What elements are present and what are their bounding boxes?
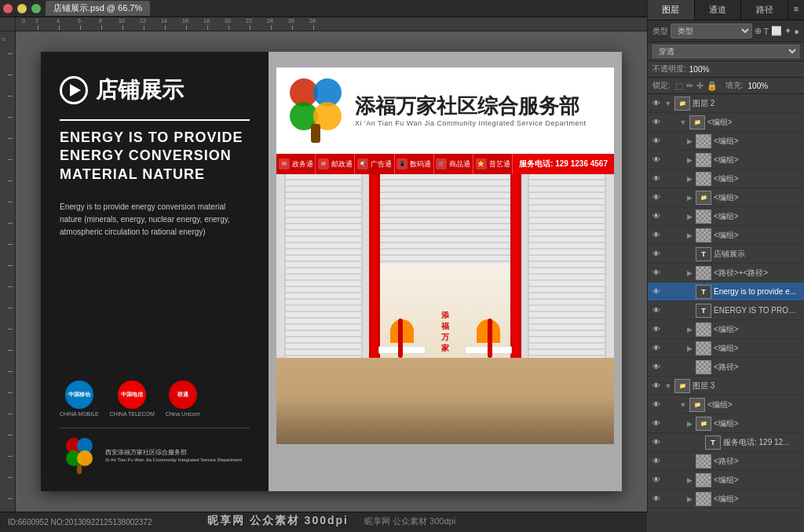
visibility-icon[interactable]: 👁 <box>651 476 662 484</box>
layer-item-energy-caps[interactable]: 👁 T ENERGY IS TO PROVI... <box>648 301 804 320</box>
expand-icon[interactable]: ▶ <box>685 344 693 352</box>
id-info: ID:6600952 NO:20130922125138002372 <box>8 518 152 527</box>
red-nav: ✉ 政务通 ✉ 邮政通 📢 广告通 📱 数码通 🛒 商品通 <box>276 154 614 174</box>
expand-icon[interactable]: ▶ <box>685 326 693 333</box>
nav-icon-6: ⭐ <box>476 159 487 169</box>
layer-name: 服务电话: 129 12... <box>723 437 801 448</box>
expand-icon[interactable]: ▶ <box>685 194 693 202</box>
unicom-logo-circle: 联通 <box>169 381 197 409</box>
fill-value[interactable]: 100% <box>748 82 769 90</box>
maximize-button[interactable] <box>31 4 41 13</box>
visibility-icon[interactable]: 👁 <box>651 99 662 107</box>
visibility-icon[interactable]: 👁 <box>651 137 662 145</box>
layer-item-layer3-group[interactable]: 👁 ▼ 📁 <编组> <box>648 395 804 414</box>
lock-all-icon[interactable]: 🔒 <box>707 81 718 91</box>
visibility-icon[interactable]: 👁 <box>651 400 662 409</box>
layer-item-layer3-path[interactable]: 👁 <路径> <box>648 452 804 471</box>
visibility-icon[interactable]: 👁 <box>651 381 662 390</box>
expand-icon[interactable]: ▶ <box>685 420 693 428</box>
visibility-icon[interactable]: 👁 <box>651 494 662 503</box>
expand-icon[interactable]: ▼ <box>664 382 672 390</box>
layer-item-layer3-group3[interactable]: 👁 ▶ <编组> <box>648 490 804 508</box>
visibility-icon[interactable]: 👁 <box>651 268 662 277</box>
minimize-button[interactable] <box>17 4 27 13</box>
layer-item-group5[interactable]: 👁 ▶ 📁 <编组> <box>648 188 804 207</box>
layer-item-group2[interactable]: 👁 ▶ <编组> <box>648 132 804 151</box>
layer-item-path[interactable]: 👁 <路径> <box>648 358 804 377</box>
layer-thumb <box>696 172 711 186</box>
visibility-icon[interactable]: 👁 <box>651 174 662 183</box>
visibility-icon[interactable]: 👁 <box>651 155 662 164</box>
expand-icon[interactable]: ▶ <box>685 213 693 220</box>
blend-mode-select[interactable]: 穿透 <box>652 45 799 58</box>
visibility-icon[interactable]: 👁 <box>651 306 662 315</box>
tab-channels[interactable]: 通道 <box>695 0 742 20</box>
layer-item-group3[interactable]: 👁 ▶ <编组> <box>648 151 804 169</box>
vertical-ruler: 0 <box>0 31 16 512</box>
expand-icon[interactable]: ▶ <box>685 269 693 277</box>
visibility-icon[interactable]: 👁 <box>651 419 662 428</box>
layer-item-group7[interactable]: 👁 ▶ <编组> <box>648 226 804 245</box>
layers-panel: 图层 通道 路径 ≡ 类型 类型 ⊕ T ⬜ ✦ ● 穿透 不透明度: 100%… <box>647 0 804 512</box>
visibility-icon[interactable]: 👁 <box>651 118 662 126</box>
filter-icon-1[interactable]: ⊕ <box>755 26 762 36</box>
expand-icon[interactable]: ▶ <box>685 137 693 145</box>
expand-icon[interactable]: ▶ <box>685 175 693 183</box>
visibility-icon[interactable]: 👁 <box>651 287 662 296</box>
file-tab[interactable]: 店铺展示.psd @ 66.7% <box>46 1 150 16</box>
visibility-icon[interactable]: 👁 <box>651 344 662 352</box>
filter-icon-3[interactable]: ⬜ <box>771 26 782 36</box>
layer-thumb <box>696 341 711 355</box>
store-body: 添福万家 <box>276 174 614 444</box>
close-button[interactable] <box>3 4 13 13</box>
lock-pixels-icon[interactable]: ✏ <box>686 81 693 91</box>
layer-item-group9[interactable]: 👁 ▶ <编组> <box>648 339 804 358</box>
visibility-icon[interactable]: 👁 <box>651 212 662 220</box>
opacity-value[interactable]: 100% <box>689 65 710 74</box>
tab-layers[interactable]: 图层 <box>648 0 695 20</box>
layer-item-group4[interactable]: 👁 ▶ <编组> <box>648 169 804 188</box>
layer-item-group8[interactable]: 👁 ▶ <编组> <box>648 320 804 339</box>
layer-item-pathgroup[interactable]: 👁 ▶ <路径>+<路径> <box>648 264 804 282</box>
layer-item-energy-text[interactable]: 👁 T Energy is to provide e... <box>648 282 804 301</box>
layer-item-layer2[interactable]: 👁 ▼ 📁 图层 2 <box>648 94 804 113</box>
layer-thumb <box>696 492 711 506</box>
expand-icon[interactable]: ▼ <box>679 401 687 409</box>
visibility-icon[interactable]: 👁 <box>651 193 662 202</box>
headline-text2: ENERGY CONVERSION <box>60 147 250 165</box>
expand-icon[interactable]: ▶ <box>685 231 693 239</box>
visibility-icon[interactable]: 👁 <box>651 250 662 258</box>
tab-paths[interactable]: 路径 <box>741 0 788 20</box>
banner-stand-left <box>398 319 403 358</box>
visibility-icon[interactable]: 👁 <box>651 231 662 239</box>
type-select[interactable]: 类型 <box>671 24 752 38</box>
expand-icon[interactable]: ▶ <box>685 476 693 484</box>
nav-label-5: 商品通 <box>449 159 470 169</box>
panel-menu-btn[interactable]: ≡ <box>788 0 804 20</box>
logo-unicom: 联通 China Unicom <box>166 381 200 417</box>
filter-icon-2[interactable]: T <box>764 27 769 36</box>
visibility-icon[interactable]: 👁 <box>651 438 662 446</box>
expand-icon[interactable]: ▼ <box>679 118 687 126</box>
visibility-icon[interactable]: 👁 <box>651 363 662 371</box>
layer-item-layer3-subgroup[interactable]: 👁 ▶ 📁 <编组> <box>648 414 804 433</box>
layer-item-layer3[interactable]: 👁 ▼ 📁 图层 3 <box>648 377 804 395</box>
lock-position-icon[interactable]: ✛ <box>696 81 704 91</box>
expand-icon[interactable]: ▶ <box>685 495 693 503</box>
filter-toggle[interactable]: ● <box>794 27 799 36</box>
visibility-icon[interactable]: 👁 <box>651 457 662 465</box>
layer-item-shoptext[interactable]: 👁 T 店铺展示 <box>648 245 804 264</box>
nav-label-3: 广告通 <box>371 159 392 169</box>
layer-name: Energy is to provide e... <box>714 287 801 296</box>
visibility-icon[interactable]: 👁 <box>651 325 662 333</box>
expand-icon[interactable]: ▶ <box>685 156 693 164</box>
expand-icon[interactable]: ▼ <box>664 100 672 107</box>
filter-icon-4[interactable]: ✦ <box>784 26 791 36</box>
lock-transparent-icon[interactable]: ⬚ <box>675 81 683 91</box>
nav-icon-4: 📱 <box>397 159 407 169</box>
layer-item-group1[interactable]: 👁 ▼ 📁 <编组> <box>648 113 804 132</box>
layer-item-layer3-group2[interactable]: 👁 ▶ <编组> <box>648 471 804 490</box>
layer-item-group6[interactable]: 👁 ▶ <编组> <box>648 207 804 226</box>
layer-item-phone-text[interactable]: 👁 T 服务电话: 129 12... <box>648 433 804 452</box>
mobile-logo-circle: 中国移动 <box>65 381 93 409</box>
